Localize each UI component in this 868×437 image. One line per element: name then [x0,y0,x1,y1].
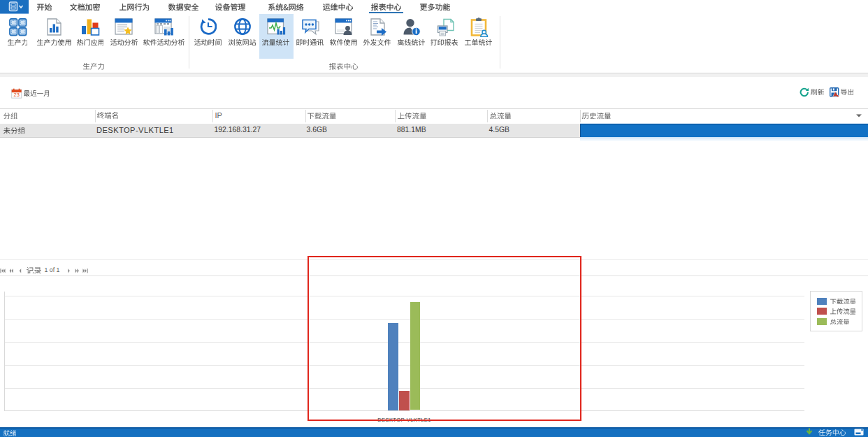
svg-text:23: 23 [14,92,20,98]
